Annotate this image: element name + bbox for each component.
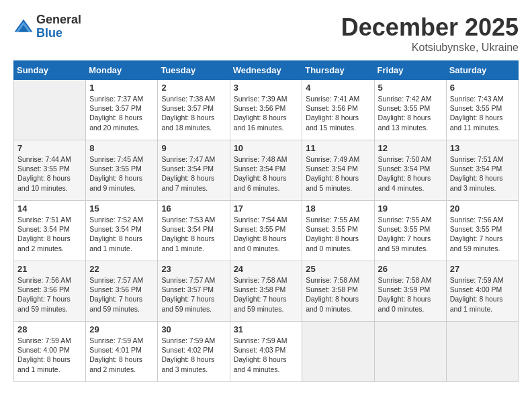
day-info: Sunrise: 7:43 AMSunset: 3:55 PMDaylight:… — [450, 94, 515, 132]
day-info: Sunrise: 7:38 AMSunset: 3:57 PMDaylight:… — [161, 94, 226, 132]
logo-blue: Blue — [36, 27, 81, 40]
calendar-cell: 11Sunrise: 7:49 AMSunset: 3:54 PMDayligh… — [302, 140, 374, 201]
calendar-cell: 7Sunrise: 7:44 AMSunset: 3:55 PMDaylight… — [14, 140, 86, 201]
calendar-cell: 5Sunrise: 7:42 AMSunset: 3:55 PMDaylight… — [374, 80, 446, 140]
day-info: Sunrise: 7:59 AMSunset: 4:00 PMDaylight:… — [17, 336, 82, 374]
week-row-5: 28Sunrise: 7:59 AMSunset: 4:00 PMDayligh… — [14, 322, 519, 382]
title-block: December 2025 Kotsiubynske, Ukraine — [341, 13, 519, 54]
day-number: 25 — [306, 264, 370, 274]
day-info: Sunrise: 7:59 AMSunset: 4:02 PMDaylight:… — [161, 336, 226, 374]
day-number: 11 — [306, 143, 370, 153]
day-number: 13 — [450, 143, 515, 153]
calendar-cell: 6Sunrise: 7:43 AMSunset: 3:55 PMDaylight… — [446, 80, 518, 140]
day-info: Sunrise: 7:57 AMSunset: 3:56 PMDaylight:… — [89, 275, 154, 314]
day-info: Sunrise: 7:51 AMSunset: 3:54 PMDaylight:… — [17, 215, 82, 253]
day-info: Sunrise: 7:58 AMSunset: 3:59 PMDaylight:… — [378, 275, 443, 314]
day-number: 3 — [234, 83, 299, 93]
month-title: December 2025 — [341, 13, 519, 42]
day-info: Sunrise: 7:55 AMSunset: 3:55 PMDaylight:… — [306, 215, 370, 253]
calendar-cell: 13Sunrise: 7:51 AMSunset: 3:54 PMDayligh… — [446, 140, 518, 201]
day-info: Sunrise: 7:53 AMSunset: 3:54 PMDaylight:… — [161, 215, 226, 253]
calendar-cell — [446, 322, 518, 382]
day-info: Sunrise: 7:59 AMSunset: 4:00 PMDaylight:… — [450, 275, 515, 314]
weekday-header-wednesday: Wednesday — [230, 61, 302, 80]
day-number: 27 — [450, 264, 515, 274]
calendar-cell: 29Sunrise: 7:59 AMSunset: 4:01 PMDayligh… — [86, 322, 158, 382]
logo-text: General Blue — [36, 13, 81, 40]
calendar-cell: 9Sunrise: 7:47 AMSunset: 3:54 PMDaylight… — [158, 140, 230, 201]
day-info: Sunrise: 7:49 AMSunset: 3:54 PMDaylight:… — [306, 154, 370, 193]
calendar: SundayMondayTuesdayWednesdayThursdayFrid… — [13, 60, 519, 382]
location: Kotsiubynske, Ukraine — [341, 42, 519, 54]
calendar-cell: 12Sunrise: 7:50 AMSunset: 3:54 PMDayligh… — [374, 140, 446, 201]
day-number: 2 — [161, 83, 226, 93]
calendar-cell — [374, 322, 446, 382]
calendar-cell: 20Sunrise: 7:56 AMSunset: 3:55 PMDayligh… — [446, 201, 518, 261]
weekday-header-row: SundayMondayTuesdayWednesdayThursdayFrid… — [14, 61, 519, 80]
calendar-cell: 4Sunrise: 7:41 AMSunset: 3:56 PMDaylight… — [302, 80, 374, 140]
day-number: 15 — [89, 203, 154, 214]
day-number: 17 — [234, 203, 299, 214]
calendar-cell: 8Sunrise: 7:45 AMSunset: 3:55 PMDaylight… — [86, 140, 158, 201]
day-number: 28 — [17, 324, 82, 334]
day-info: Sunrise: 7:58 AMSunset: 3:58 PMDaylight:… — [234, 275, 299, 314]
day-info: Sunrise: 7:41 AMSunset: 3:56 PMDaylight:… — [306, 94, 370, 132]
day-number: 30 — [161, 324, 226, 334]
calendar-cell: 14Sunrise: 7:51 AMSunset: 3:54 PMDayligh… — [14, 201, 86, 261]
day-number: 16 — [161, 203, 226, 214]
day-info: Sunrise: 7:44 AMSunset: 3:55 PMDaylight:… — [17, 154, 82, 193]
week-row-1: 1Sunrise: 7:37 AMSunset: 3:57 PMDaylight… — [14, 80, 519, 140]
weekday-header-thursday: Thursday — [302, 61, 374, 80]
page-header: General Blue December 2025 Kotsiubynske,… — [13, 13, 519, 54]
day-info: Sunrise: 7:58 AMSunset: 3:58 PMDaylight:… — [306, 275, 370, 314]
day-info: Sunrise: 7:37 AMSunset: 3:57 PMDaylight:… — [89, 94, 154, 132]
calendar-cell: 22Sunrise: 7:57 AMSunset: 3:56 PMDayligh… — [86, 261, 158, 322]
calendar-cell — [302, 322, 374, 382]
day-number: 1 — [89, 83, 154, 93]
calendar-cell: 25Sunrise: 7:58 AMSunset: 3:58 PMDayligh… — [302, 261, 374, 322]
day-number: 4 — [306, 83, 370, 93]
day-info: Sunrise: 7:39 AMSunset: 3:56 PMDaylight:… — [234, 94, 299, 132]
day-number: 5 — [378, 83, 443, 93]
day-info: Sunrise: 7:51 AMSunset: 3:54 PMDaylight:… — [450, 154, 515, 193]
calendar-cell: 19Sunrise: 7:55 AMSunset: 3:55 PMDayligh… — [374, 201, 446, 261]
calendar-cell: 31Sunrise: 7:59 AMSunset: 4:03 PMDayligh… — [230, 322, 302, 382]
calendar-cell: 10Sunrise: 7:48 AMSunset: 3:54 PMDayligh… — [230, 140, 302, 201]
calendar-cell: 17Sunrise: 7:54 AMSunset: 3:55 PMDayligh… — [230, 201, 302, 261]
calendar-cell: 2Sunrise: 7:38 AMSunset: 3:57 PMDaylight… — [158, 80, 230, 140]
day-info: Sunrise: 7:54 AMSunset: 3:55 PMDaylight:… — [234, 215, 299, 253]
day-number: 23 — [161, 264, 226, 274]
day-number: 14 — [17, 203, 82, 214]
day-number: 20 — [450, 203, 515, 214]
week-row-3: 14Sunrise: 7:51 AMSunset: 3:54 PMDayligh… — [14, 201, 519, 261]
week-row-4: 21Sunrise: 7:56 AMSunset: 3:56 PMDayligh… — [14, 261, 519, 322]
calendar-cell — [14, 80, 86, 140]
calendar-cell: 26Sunrise: 7:58 AMSunset: 3:59 PMDayligh… — [374, 261, 446, 322]
calendar-cell: 16Sunrise: 7:53 AMSunset: 3:54 PMDayligh… — [158, 201, 230, 261]
day-number: 12 — [378, 143, 443, 153]
day-number: 31 — [234, 324, 299, 334]
day-number: 6 — [450, 83, 515, 93]
logo-icon — [13, 17, 34, 37]
day-number: 9 — [161, 143, 226, 153]
day-info: Sunrise: 7:56 AMSunset: 3:56 PMDaylight:… — [17, 275, 82, 314]
week-row-2: 7Sunrise: 7:44 AMSunset: 3:55 PMDaylight… — [14, 140, 519, 201]
day-number: 18 — [306, 203, 370, 214]
calendar-cell: 15Sunrise: 7:52 AMSunset: 3:54 PMDayligh… — [86, 201, 158, 261]
calendar-cell: 27Sunrise: 7:59 AMSunset: 4:00 PMDayligh… — [446, 261, 518, 322]
day-info: Sunrise: 7:50 AMSunset: 3:54 PMDaylight:… — [378, 154, 443, 193]
day-number: 10 — [234, 143, 299, 153]
calendar-cell: 23Sunrise: 7:57 AMSunset: 3:57 PMDayligh… — [158, 261, 230, 322]
calendar-cell: 24Sunrise: 7:58 AMSunset: 3:58 PMDayligh… — [230, 261, 302, 322]
day-number: 24 — [234, 264, 299, 274]
day-info: Sunrise: 7:56 AMSunset: 3:55 PMDaylight:… — [450, 215, 515, 253]
day-info: Sunrise: 7:48 AMSunset: 3:54 PMDaylight:… — [234, 154, 299, 193]
day-number: 26 — [378, 264, 443, 274]
calendar-cell: 21Sunrise: 7:56 AMSunset: 3:56 PMDayligh… — [14, 261, 86, 322]
calendar-cell: 28Sunrise: 7:59 AMSunset: 4:00 PMDayligh… — [14, 322, 86, 382]
weekday-header-friday: Friday — [374, 61, 446, 80]
day-number: 8 — [89, 143, 154, 153]
day-info: Sunrise: 7:42 AMSunset: 3:55 PMDaylight:… — [378, 94, 443, 132]
calendar-cell: 30Sunrise: 7:59 AMSunset: 4:02 PMDayligh… — [158, 322, 230, 382]
calendar-cell: 1Sunrise: 7:37 AMSunset: 3:57 PMDaylight… — [86, 80, 158, 140]
